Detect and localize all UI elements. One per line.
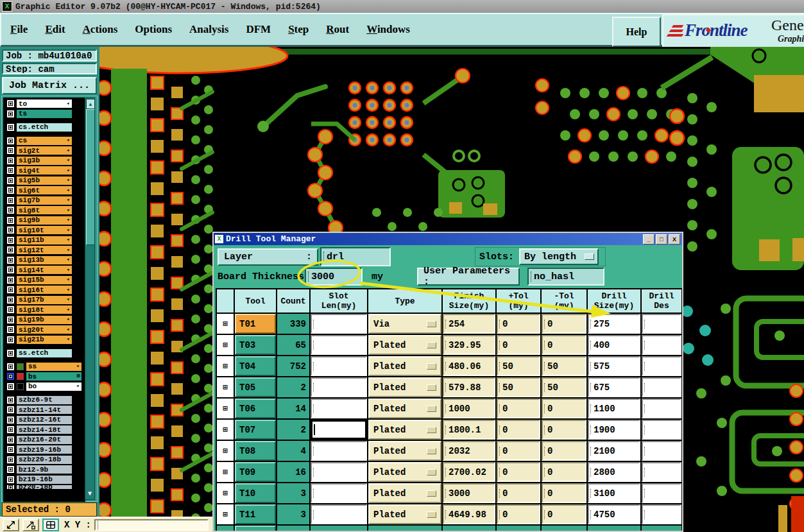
- finish-size-input[interactable]: 1800.1: [443, 420, 495, 440]
- layer-item-szbz12-16t[interactable]: szbz12-16t: [17, 416, 72, 424]
- slot-len-input[interactable]: [311, 504, 367, 524]
- board-thickness-input[interactable]: 3000: [305, 268, 363, 286]
- drill-size-input[interactable]: 3100: [588, 483, 640, 503]
- layer-item-sig17b[interactable]: sig17b➤: [17, 296, 72, 304]
- layer-checkbox[interactable]: [7, 177, 14, 184]
- tool-button-t10[interactable]: T10: [235, 483, 276, 503]
- layer-checkbox[interactable]: [7, 306, 14, 313]
- menu-options[interactable]: Options: [135, 23, 172, 36]
- layer-item-ts[interactable]: ts: [17, 110, 72, 118]
- layer-checkbox[interactable]: [7, 257, 14, 264]
- layer-checkbox[interactable]: [7, 397, 14, 404]
- tool-button-t01[interactable]: T01: [235, 314, 276, 334]
- minus-tol-input[interactable]: 0: [542, 399, 586, 418]
- layer-checkbox[interactable]: [7, 147, 14, 154]
- layer-checkbox[interactable]: [7, 197, 14, 204]
- layer-item-cs[interactable]: cs➤: [17, 137, 72, 145]
- plus-tol-input[interactable]: 0: [497, 462, 540, 482]
- layer-item-sig3b[interactable]: sig3b➤: [17, 157, 72, 165]
- minus-tol-input[interactable]: 0: [542, 314, 586, 334]
- finish-size-input[interactable]: 480.06: [443, 356, 495, 376]
- xy-input[interactable]: [94, 519, 209, 531]
- plus-tol-input[interactable]: 0: [497, 420, 540, 440]
- layer-checkbox[interactable]: [7, 416, 14, 424]
- type-dropdown[interactable]: Plated: [368, 441, 441, 461]
- layer-checkbox[interactable]: [7, 124, 14, 131]
- layer-item-sig4t[interactable]: sig4t➤: [17, 166, 72, 175]
- layer-checkbox[interactable]: [7, 277, 14, 284]
- slot-len-input[interactable]: [311, 377, 367, 397]
- layer-checkbox[interactable]: [7, 456, 14, 463]
- layer-item-bz12-9b[interactable]: bz12-9b: [17, 465, 72, 474]
- layer-item-sig9b[interactable]: sig9b➤: [17, 216, 72, 225]
- layer-checkbox[interactable]: [7, 237, 14, 244]
- layer-checkbox[interactable]: [7, 363, 14, 370]
- layer-checkbox[interactable]: [7, 406, 14, 413]
- type-dropdown[interactable]: Plated: [368, 377, 441, 397]
- tool-button-t06[interactable]: T06: [235, 399, 276, 418]
- drill-des-input[interactable]: [642, 356, 681, 376]
- menu-step[interactable]: Step: [288, 23, 309, 36]
- slot-len-input[interactable]: [311, 314, 367, 334]
- layer-item-szbz14-18t[interactable]: szbz14-18t: [17, 425, 72, 434]
- layer-item-sig21b[interactable]: sig21b➤: [17, 336, 72, 344]
- layer-field-label[interactable]: Layer :: [218, 248, 318, 266]
- layer-item-sig14t[interactable]: sig14t➤: [17, 266, 72, 274]
- layer-scrollbar[interactable]: ▲ ▼: [85, 98, 95, 500]
- drill-des-input[interactable]: [642, 483, 681, 503]
- drill-size-input[interactable]: 275: [588, 314, 640, 334]
- minimize-icon[interactable]: _: [643, 234, 654, 245]
- maximize-icon[interactable]: □: [656, 234, 667, 245]
- plus-tol-input[interactable]: 0: [497, 441, 540, 461]
- tool-button-t09[interactable]: T09: [235, 462, 276, 482]
- row-handle[interactable]: ⊞: [217, 504, 234, 524]
- measure-button[interactable]: [22, 519, 39, 531]
- layer-checkbox[interactable]: [7, 326, 14, 333]
- close-icon[interactable]: X: [669, 234, 680, 245]
- layer-checkbox[interactable]: [7, 137, 14, 144]
- layer-item-sig2t[interactable]: sig2t➤: [17, 146, 72, 155]
- layer-checkbox[interactable]: [7, 100, 14, 107]
- layer-checkbox[interactable]: [7, 110, 14, 117]
- layer-item-sig12t[interactable]: sig12t➤: [17, 246, 72, 254]
- layer-item-sig10t[interactable]: sig10t➤: [17, 226, 72, 234]
- layer-item-sig16t[interactable]: sig16t➤: [17, 286, 72, 294]
- row-handle[interactable]: ⊞: [217, 399, 234, 418]
- layer-item-szbz16-20t[interactable]: szbz16-20t: [17, 436, 72, 444]
- layer-item-sig5b[interactable]: sig5b➤: [17, 176, 72, 185]
- minus-tol-input[interactable]: 0: [542, 462, 586, 482]
- type-dropdown[interactable]: Plated: [368, 420, 441, 440]
- pan-zoom-button[interactable]: [3, 519, 19, 531]
- layer-checkbox[interactable]: [7, 167, 14, 174]
- layer-checkbox[interactable]: [7, 350, 14, 357]
- type-dropdown[interactable]: Plated: [368, 399, 441, 418]
- layer-item-bz20-18b[interactable]: bz20-18b: [17, 485, 72, 489]
- drill-des-input[interactable]: [642, 314, 681, 334]
- tool-button-t03[interactable]: T03: [235, 335, 276, 355]
- drill-size-input[interactable]: 675: [588, 377, 640, 397]
- menu-actions[interactable]: Actions: [83, 23, 118, 36]
- tool-button-t04[interactable]: T04: [235, 356, 276, 376]
- scroll-up-icon[interactable]: ▲: [86, 99, 95, 109]
- row-handle[interactable]: ⊞: [217, 420, 234, 440]
- finish-size-input[interactable]: 3000: [443, 483, 495, 503]
- drill-des-input[interactable]: [642, 420, 681, 440]
- plus-tol-input[interactable]: 0: [497, 504, 540, 524]
- row-handle[interactable]: ⊞: [217, 441, 234, 461]
- row-handle[interactable]: ⊞: [217, 483, 234, 503]
- finish-size-input[interactable]: 254: [443, 314, 495, 334]
- grid-toggle-button[interactable]: [42, 519, 59, 531]
- menu-dfm[interactable]: DFM: [246, 23, 271, 36]
- user-parameters-input[interactable]: no_hasl: [527, 268, 604, 286]
- layer-checkbox[interactable]: [7, 266, 14, 273]
- layer-item-sig18t[interactable]: sig18t➤: [17, 305, 72, 314]
- menu-rout[interactable]: Rout: [326, 23, 349, 36]
- layer-checkbox[interactable]: [7, 187, 14, 194]
- layer-item-bz19-16b[interactable]: bz19-16b: [17, 476, 72, 484]
- minus-tol-input[interactable]: 0: [542, 483, 586, 503]
- layer-item-sig6t[interactable]: sig6t➤: [17, 186, 72, 194]
- drill-size-input[interactable]: 1900: [588, 420, 640, 440]
- slot-len-input[interactable]: [311, 356, 367, 376]
- drill-size-input[interactable]: 4750: [588, 504, 640, 524]
- drill-des-input[interactable]: [642, 377, 681, 397]
